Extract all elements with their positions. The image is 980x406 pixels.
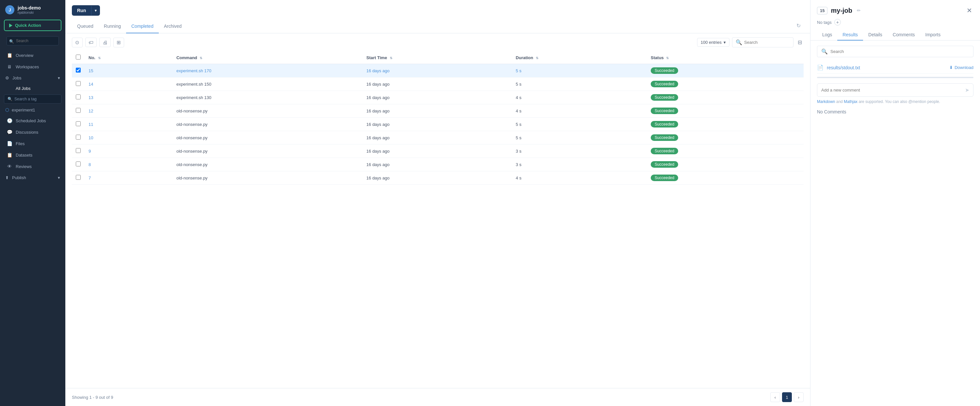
panel-tab-imports[interactable]: Imports [920, 29, 946, 40]
table-row[interactable]: 13 experiment.sh 130 16 days ago 4 s Suc… [72, 91, 803, 104]
table-search-input[interactable] [744, 40, 790, 45]
support-text: are supported. You can also @mention peo… [859, 99, 940, 104]
table-row[interactable]: 10 old-nonsense.py 16 days ago 5 s Succe… [72, 131, 803, 144]
run-button[interactable]: Run ▾ [72, 5, 100, 16]
run-button-caret[interactable]: ▾ [91, 6, 100, 15]
markdown-link[interactable]: Markdown [817, 99, 835, 104]
sidebar-item-all-jobs[interactable]: All Jobs [12, 84, 64, 93]
panel-tabs: Logs Results Details Comments Imports [817, 29, 974, 40]
sidebar-item-overview[interactable]: 📋 Overview [1, 50, 64, 61]
quick-action-button[interactable]: Quick Action [4, 19, 61, 31]
cell-command: old-nonsense.py [172, 158, 363, 171]
showing-text: Showing 1 - 9 out of 9 [72, 395, 113, 400]
table-row[interactable]: 8 old-nonsense.py 16 days ago 3 s Succee… [72, 158, 803, 171]
sidebar-item-reviews[interactable]: 👁 Reviews [1, 161, 64, 172]
publish-chevron-icon: ▾ [58, 175, 60, 180]
sidebar-item-jobs[interactable]: ⚙ Jobs ▾ [0, 73, 65, 83]
table-row[interactable]: 7 old-nonsense.py 16 days ago 4 s Succee… [72, 171, 803, 185]
tag-search-box[interactable]: 🔍 Search a tag [4, 94, 61, 104]
status-badge: Succeeded [651, 67, 678, 74]
brand-user: njablonski [18, 10, 41, 14]
select-all-button[interactable]: ⊙ [72, 38, 83, 47]
table-search-box: 🔍 [732, 37, 794, 47]
close-button[interactable]: ✕ [965, 5, 974, 16]
cell-command: experiment.sh 130 [172, 91, 363, 104]
cell-status: Succeeded [647, 131, 803, 144]
panel-tab-results[interactable]: Results [837, 29, 863, 40]
row-checkbox[interactable] [76, 161, 81, 166]
row-checkbox[interactable] [76, 94, 81, 99]
tab-queued[interactable]: Queued [72, 21, 99, 34]
cell-command: experiment.sh 170 [172, 64, 363, 77]
sidebar-item-datasets[interactable]: 📋 Datasets [1, 149, 64, 160]
cell-start-time: 16 days ago [363, 104, 512, 118]
tab-archived[interactable]: Archived [159, 21, 187, 34]
table-row[interactable]: 12 old-nonsense.py 16 days ago 4 s Succe… [72, 104, 803, 118]
view-button[interactable]: ⊞ [113, 38, 124, 47]
mathjax-link[interactable]: Mathjax [844, 99, 858, 104]
table-row[interactable]: 11 old-nonsense.py 16 days ago 5 s Succe… [72, 118, 803, 131]
page-1-button[interactable]: 1 [782, 392, 792, 402]
logo-icon: J [5, 5, 14, 14]
row-checkbox[interactable] [76, 148, 81, 153]
next-page-button[interactable]: › [794, 392, 803, 402]
panel-search-box: 🔍 [817, 46, 974, 57]
cell-no: 14 [84, 77, 172, 91]
entries-select[interactable]: 100 entries ▾ [697, 38, 729, 47]
file-icon: 📄 [817, 64, 824, 70]
tag-item-experiment1[interactable]: ⬡ experiment1 [0, 105, 65, 115]
panel-search-input[interactable] [830, 49, 969, 54]
row-checkbox[interactable] [76, 68, 81, 73]
panel-tab-comments[interactable]: Comments [888, 29, 920, 40]
sidebar-item-workspaces[interactable]: 🖥 Workspaces [1, 61, 64, 72]
download-link[interactable]: ⬇ Download [949, 65, 974, 70]
row-checkbox[interactable] [76, 121, 81, 126]
cell-no: 13 [84, 91, 172, 104]
sidebar-search-input[interactable] [6, 36, 59, 45]
edit-icon[interactable]: ✏ [857, 8, 861, 13]
download-label: Download [955, 65, 974, 70]
panel-body: 🔍 📄 results/stdout.txt ⬇ Download ➤ Mark… [810, 40, 980, 406]
all-jobs-label: All Jobs [16, 86, 31, 91]
panel-tab-details[interactable]: Details [863, 29, 888, 40]
table-row[interactable]: 15 experiment.sh 170 16 days ago 5 s Suc… [72, 64, 803, 77]
tab-completed[interactable]: Completed [126, 21, 159, 34]
sidebar-item-publish[interactable]: ⬆ Publish ▾ [0, 172, 65, 183]
row-checkbox[interactable] [76, 81, 81, 86]
sidebar-item-files[interactable]: 📄 Files [1, 138, 64, 149]
cell-duration: 4 s [512, 171, 647, 185]
row-checkbox[interactable] [76, 175, 81, 180]
comment-area: ➤ [817, 83, 974, 97]
col-header-no: No. ⇅ [84, 51, 172, 64]
comment-input[interactable] [821, 88, 965, 93]
result-bar [817, 77, 974, 78]
search-icon: 🔍 [9, 39, 14, 44]
no-tags-label: No tags [817, 20, 832, 25]
sidebar-item-discussions[interactable]: 💬 Discussions [1, 126, 64, 137]
cell-status: Succeeded [647, 64, 803, 77]
add-tag-button[interactable]: + [834, 19, 841, 26]
tab-running[interactable]: Running [99, 21, 126, 34]
refresh-button[interactable]: ↻ [794, 21, 803, 30]
compare-button[interactable]: 🖨 [99, 38, 111, 47]
cell-start-time: 16 days ago [363, 77, 512, 91]
cell-command: old-nonsense.py [172, 104, 363, 118]
job-number-badge: 15 [817, 7, 827, 14]
select-all-checkbox[interactable] [76, 54, 81, 59]
files-icon: 📄 [6, 141, 13, 146]
row-checkbox[interactable] [76, 108, 81, 113]
file-name[interactable]: results/stdout.txt [827, 65, 860, 70]
datasets-icon: 📋 [6, 152, 13, 158]
sidebar-item-label-reviews: Reviews [16, 164, 32, 169]
cell-duration: 5 s [512, 77, 647, 91]
comment-send-icon[interactable]: ➤ [965, 87, 969, 93]
filter-button[interactable]: ⊟ [796, 38, 803, 47]
sidebar-item-scheduled-jobs[interactable]: 🕐 Scheduled Jobs [1, 115, 64, 126]
panel-tab-logs[interactable]: Logs [817, 29, 837, 40]
row-checkbox[interactable] [76, 135, 81, 139]
tag-button[interactable]: 🏷 [85, 38, 97, 47]
right-panel: 15 my-job ✏ ✕ No tags + Logs Results Det… [810, 0, 980, 406]
table-row[interactable]: 9 old-nonsense.py 16 days ago 3 s Succee… [72, 144, 803, 158]
prev-page-button[interactable]: ‹ [770, 392, 780, 402]
table-row[interactable]: 14 experiment.sh 150 16 days ago 5 s Suc… [72, 77, 803, 91]
